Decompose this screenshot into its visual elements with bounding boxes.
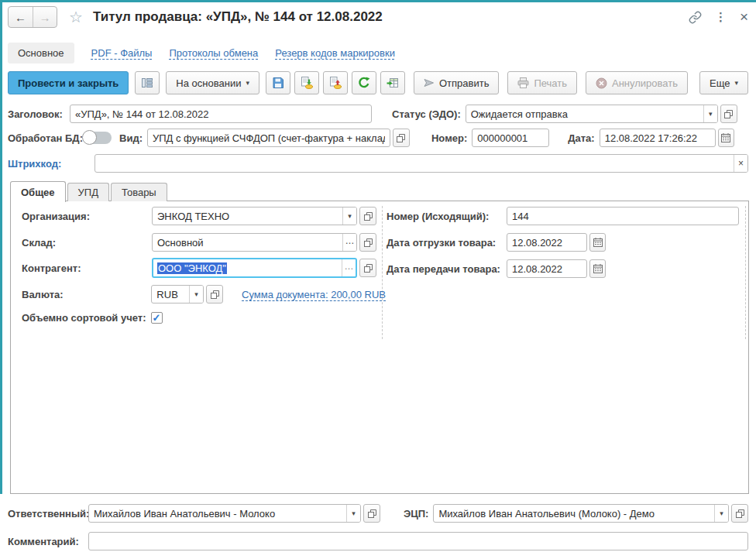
title-input[interactable]: [70, 105, 372, 123]
save-floppy-icon: [272, 77, 284, 89]
organization-open-button[interactable]: [359, 207, 376, 225]
status-dropdown-icon[interactable]: ▾: [703, 105, 717, 122]
print-label: Печать: [534, 77, 567, 89]
comment-input[interactable]: [88, 532, 748, 550]
date-input[interactable]: [600, 129, 716, 147]
tab-general[interactable]: Общее: [10, 181, 66, 202]
right-edge-separator: [745, 206, 746, 339]
open-register-button[interactable]: [380, 71, 405, 94]
ship-date-calendar-button[interactable]: [589, 233, 606, 252]
signature-input[interactable]: [433, 504, 729, 523]
annul-button[interactable]: Аннулировать: [586, 71, 688, 94]
number-input[interactable]: [472, 129, 549, 147]
date-calendar-button[interactable]: [718, 129, 734, 147]
post-button[interactable]: [294, 71, 319, 94]
forward-button[interactable]: →: [33, 7, 57, 27]
back-arrow-icon: ←: [15, 11, 26, 24]
transfer-date-input[interactable]: [507, 259, 587, 278]
unpost-document-icon: [329, 77, 342, 89]
barcode-input[interactable]: [94, 154, 748, 173]
counterparty-choose-icon[interactable]: …: [342, 259, 356, 276]
status-label: Статус (ЭДО):: [392, 108, 461, 120]
nav-link-pdf-files[interactable]: PDF - Файлы: [91, 47, 153, 59]
barcode-combo: ×: [94, 154, 748, 173]
responsible-dropdown-icon[interactable]: ▾: [346, 505, 360, 522]
ship-date-input[interactable]: [507, 233, 587, 252]
currency-open-button[interactable]: [206, 285, 223, 304]
warehouse-open-button[interactable]: [359, 233, 376, 252]
tab-upd[interactable]: УПД: [67, 183, 109, 201]
open-icon: [364, 238, 373, 247]
outgoing-number-label: Номер (Исходящий):: [387, 211, 507, 222]
responsible-label: Ответственный:: [8, 508, 88, 520]
barcode-label: Штрихкод:: [8, 158, 94, 170]
unpost-button[interactable]: [323, 71, 348, 94]
chevron-down-icon: ▾: [734, 79, 738, 87]
kind-open-button[interactable]: [393, 129, 410, 147]
structure-icon: [141, 77, 153, 89]
tab-goods[interactable]: Товары: [111, 183, 167, 201]
open-icon: [211, 290, 219, 299]
organization-input[interactable]: [152, 207, 357, 225]
send-label: Отправить: [439, 77, 489, 89]
document-window: ← → ☆ Титул продавца: «УПД», № 144 от 12…: [0, 0, 756, 559]
more-menu-button[interactable]: ⋮: [715, 10, 727, 24]
warehouse-label: Склад:: [22, 237, 152, 249]
based-on-button[interactable]: На основании ▾: [166, 71, 259, 94]
send-button[interactable]: Отправить: [414, 71, 499, 94]
status-input[interactable]: [466, 105, 718, 123]
annul-label: Аннулировать: [612, 77, 678, 89]
currency-combo: ▾: [151, 285, 204, 304]
window-accent-left: [0, 0, 2, 494]
processed-db-toggle[interactable]: [84, 132, 112, 144]
save-button[interactable]: [266, 71, 290, 94]
back-button[interactable]: ←: [9, 7, 33, 27]
responsible-open-button[interactable]: [363, 504, 380, 523]
kind-label: Вид:: [119, 132, 143, 144]
kind-input[interactable]: [147, 129, 390, 147]
chevron-down-icon: ▾: [246, 79, 249, 87]
open-icon: [724, 110, 733, 118]
open-icon: [736, 509, 744, 518]
currency-dropdown-icon[interactable]: ▾: [189, 286, 203, 303]
nav-link-exchange-protocols[interactable]: Протоколы обмена: [169, 47, 258, 59]
processed-db-label: Обработан БД:: [8, 132, 84, 144]
window-accent-top: [0, 0, 756, 2]
counterparty-selected-text: ООО "ЭНКОД": [157, 262, 227, 274]
transfer-date-calendar-button[interactable]: [589, 259, 606, 278]
get-link-button[interactable]: [689, 11, 702, 24]
check-icon: ✓: [153, 313, 161, 323]
barcode-clear-icon[interactable]: ×: [734, 155, 747, 172]
post-and-close-label: Провести и закрыть: [18, 77, 119, 89]
counterparty-open-button[interactable]: [359, 259, 376, 277]
general-tab-panel: Организация: ▾ Склад: …: [10, 201, 749, 494]
outgoing-number-input[interactable]: [507, 207, 739, 225]
document-sum-link[interactable]: Сумма документа: 200,00 RUB: [242, 289, 386, 300]
warehouse-input[interactable]: [152, 233, 357, 252]
post-and-close-button[interactable]: Провести и закрыть: [8, 71, 129, 94]
close-button[interactable]: ×: [740, 9, 748, 26]
volume-accounting-checkbox[interactable]: ✓: [151, 312, 163, 324]
calendar-icon: [593, 238, 603, 247]
favorite-star-icon[interactable]: ☆: [69, 8, 83, 26]
print-button[interactable]: Печать: [507, 71, 577, 94]
ship-date-label: Дата отгрузки товара:: [387, 237, 507, 249]
currency-label: Валюта:: [22, 289, 151, 300]
refresh-button[interactable]: [352, 71, 376, 94]
organization-dropdown-icon[interactable]: ▾: [342, 207, 356, 225]
more-button[interactable]: Еще ▾: [699, 71, 748, 94]
calendar-icon: [593, 264, 603, 273]
responsible-input[interactable]: [88, 504, 361, 523]
signature-open-button[interactable]: [731, 504, 748, 523]
signature-dropdown-icon[interactable]: ▾: [714, 505, 728, 522]
organization-combo: ▾: [152, 207, 357, 225]
nav-link-marking-codes-reserve[interactable]: Резерв кодов маркировки: [275, 47, 395, 59]
warehouse-choose-icon[interactable]: …: [342, 234, 356, 251]
nav-tab-main[interactable]: Основное: [8, 43, 74, 63]
open-icon: [368, 509, 376, 518]
document-structure-button[interactable]: [135, 71, 160, 94]
counterparty-input[interactable]: ООО "ЭНКОД" …: [152, 258, 357, 278]
title-field-label: Заголовок:: [8, 108, 70, 120]
status-open-button[interactable]: [720, 105, 737, 123]
table-arrow-icon: [387, 77, 399, 89]
